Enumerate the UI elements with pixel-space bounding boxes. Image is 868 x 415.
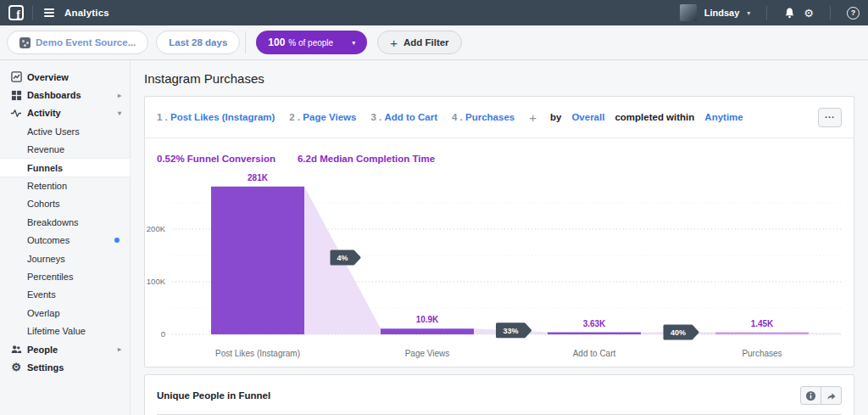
sidebar-item-label: Retention xyxy=(27,181,67,191)
sidebar-item-label: Activity xyxy=(27,108,61,118)
funnel-step-4: 4 . Purchases xyxy=(452,112,515,122)
facebook-logo-icon[interactable]: f xyxy=(8,5,24,20)
chevron-down-icon[interactable]: ▾ xyxy=(747,9,750,17)
step-number: 2 . xyxy=(289,112,300,122)
filter-toolbar: Demo Event Source... Last 28 days 100 % … xyxy=(0,25,868,60)
chevron-right-icon: ▸ xyxy=(118,92,121,99)
event-source-icon xyxy=(19,37,31,48)
svg-text:4%: 4% xyxy=(337,254,348,262)
main-content: Instagram Purchases 1 . Post Likes (Inst… xyxy=(131,60,868,415)
sidebar-item-settings[interactable]: ⚙Settings xyxy=(0,358,130,376)
divider xyxy=(32,6,33,20)
section-title: Unique People in Funnel xyxy=(157,390,270,401)
sidebar-item-dashboards[interactable]: Dashboards▸ xyxy=(0,86,130,104)
step-link[interactable]: Post Likes (Instagram) xyxy=(170,112,275,122)
sidebar-item-label: Cohorts xyxy=(27,199,60,209)
sidebar-nav: OverviewDashboards▸Activity▾Active Users… xyxy=(0,60,131,415)
sidebar-item-journeys[interactable]: Journeys xyxy=(0,250,130,267)
chevron-down-icon: ▾ xyxy=(352,39,355,47)
unique-people-card: Unique People in Funnel xyxy=(144,374,854,415)
date-range-button[interactable]: Last 28 days xyxy=(156,31,240,54)
sidebar-item-label: Settings xyxy=(27,362,64,373)
funnel-bar-4[interactable] xyxy=(715,333,809,335)
sidebar-item-overview[interactable]: Overview xyxy=(0,68,130,86)
divider xyxy=(245,31,246,53)
by-value-dropdown[interactable]: Overall xyxy=(571,112,604,122)
sidebar-item-breakdowns[interactable]: Breakdowns xyxy=(0,213,130,231)
by-label: by xyxy=(550,112,561,122)
funnel-card: 1 . Post Likes (Instagram)2 . Page Views… xyxy=(144,96,854,367)
page-title: Instagram Purchases xyxy=(144,60,854,96)
funnel-bar-3[interactable] xyxy=(548,333,641,335)
funnel-conversion-stat: 0.52% Funnel Conversion xyxy=(157,154,275,164)
sidebar-item-activity[interactable]: Activity▾ xyxy=(0,104,130,122)
funnel-bar-1[interactable] xyxy=(211,187,304,334)
sidebar-item-label: Overlap xyxy=(27,308,60,318)
svg-text:200K: 200K xyxy=(147,224,166,233)
sidebar-item-label: Percentiles xyxy=(27,272,73,282)
plus-icon: + xyxy=(390,36,398,50)
activity-icon xyxy=(10,108,22,119)
funnel-bar-2[interactable] xyxy=(381,328,474,334)
percent-of-people-dropdown[interactable]: 100 % of people ▾ xyxy=(256,31,367,54)
divider xyxy=(766,6,767,20)
event-source-button[interactable]: Demo Event Source... xyxy=(7,31,148,54)
funnel-step-3: 3 . Add to Cart xyxy=(370,112,437,122)
sidebar-item-active-users[interactable]: Active Users xyxy=(0,122,130,140)
info-icon xyxy=(805,390,816,401)
add-filter-button[interactable]: + Add Filter xyxy=(377,31,461,54)
median-completion-stat: 6.2d Median Completion Time xyxy=(298,154,435,164)
dashboards-icon xyxy=(10,90,22,101)
app-title: Analytics xyxy=(64,8,109,18)
sidebar-item-label: Lifetime Value xyxy=(27,326,86,336)
sidebar-item-cohorts[interactable]: Cohorts xyxy=(0,195,130,213)
svg-text:40%: 40% xyxy=(670,328,686,337)
svg-text:Page Views: Page Views xyxy=(405,349,450,358)
info-button[interactable] xyxy=(800,386,821,405)
step-link[interactable]: Add to Cart xyxy=(384,112,437,122)
sidebar-item-percentiles[interactable]: Percentiles xyxy=(0,267,130,285)
sidebar-item-funnels[interactable]: Funnels xyxy=(0,159,130,177)
sidebar-item-outcomes[interactable]: Outcomes xyxy=(0,232,130,250)
sidebar-item-people[interactable]: People▸ xyxy=(0,340,130,358)
add-step-button[interactable]: + xyxy=(529,110,537,125)
notifications-bell-icon[interactable] xyxy=(783,7,796,20)
avatar[interactable] xyxy=(680,4,697,21)
sidebar-item-lifetime-value[interactable]: Lifetime Value xyxy=(0,322,130,339)
sidebar-item-label: Dashboards xyxy=(27,90,81,100)
sidebar-item-label: Breakdowns xyxy=(27,217,79,227)
svg-text:100K: 100K xyxy=(147,277,166,286)
step-link[interactable]: Purchases xyxy=(465,112,515,122)
sidebar-item-overlap[interactable]: Overlap xyxy=(0,304,130,322)
funnel-step-2: 2 . Page Views xyxy=(289,112,356,122)
settings-gear-icon[interactable]: ⚙ xyxy=(804,7,814,20)
svg-text:Purchases: Purchases xyxy=(742,349,782,358)
step-number: 3 . xyxy=(370,112,381,122)
sidebar-item-label: Outcomes xyxy=(27,235,70,245)
sidebar-item-events[interactable]: Events xyxy=(0,286,130,304)
divider xyxy=(830,6,831,20)
chevron-right-icon: ▸ xyxy=(118,345,121,353)
svg-text:281K: 281K xyxy=(248,173,269,182)
completed-within-label: completed within xyxy=(615,112,694,122)
user-menu[interactable]: Lindsay xyxy=(704,8,740,18)
sidebar-item-label: Overview xyxy=(27,72,69,82)
sidebar-item-revenue[interactable]: Revenue xyxy=(0,141,130,159)
hamburger-menu-icon[interactable] xyxy=(42,6,57,20)
funnel-stats: 0.52% Funnel Conversion 6.2d Median Comp… xyxy=(145,138,854,164)
funnel-chart: 0100K200K281KPost Likes (Instagram)10.9K… xyxy=(145,168,854,367)
share-arrow-icon xyxy=(826,390,837,401)
completed-within-dropdown[interactable]: Anytime xyxy=(704,112,743,122)
sidebar-item-label: Revenue xyxy=(27,144,64,154)
sidebar-item-label: Funnels xyxy=(27,163,63,173)
settings-icon: ⚙ xyxy=(10,362,22,373)
more-options-button[interactable]: ... xyxy=(818,108,842,127)
sidebar-item-label: Events xyxy=(27,289,56,300)
svg-text:3.63K: 3.63K xyxy=(583,319,606,328)
help-icon[interactable]: ? xyxy=(847,7,860,20)
people-icon xyxy=(10,344,22,355)
sidebar-item-retention[interactable]: Retention xyxy=(0,177,130,194)
step-link[interactable]: Page Views xyxy=(303,112,356,122)
share-button[interactable] xyxy=(821,386,842,405)
sidebar-item-label: People xyxy=(27,345,58,355)
